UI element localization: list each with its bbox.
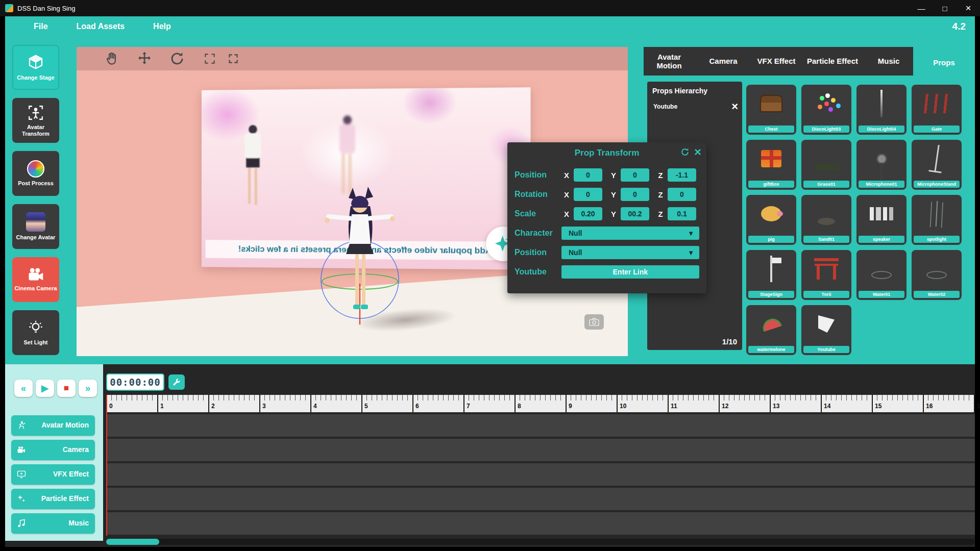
- prop-item-speaker[interactable]: speaker: [856, 195, 906, 245]
- ruler-label: 14: [821, 395, 872, 412]
- rotate-icon: [169, 51, 185, 67]
- position-z-input[interactable]: -1.1: [668, 168, 696, 182]
- stop-button[interactable]: ■: [57, 380, 76, 397]
- prop-item-pig[interactable]: pig: [746, 195, 796, 245]
- position-y-input[interactable]: 0: [621, 168, 649, 182]
- prop-item-torii[interactable]: Torii: [801, 250, 851, 300]
- track-row-particle-effect[interactable]: [106, 488, 975, 510]
- prop-item-stagesign[interactable]: StageSign: [746, 250, 796, 300]
- titlebar: DSS Dan Sing Sing — □ ×: [0, 0, 980, 16]
- track-row-music[interactable]: [106, 512, 975, 535]
- scale-z-input[interactable]: 0.1: [668, 207, 696, 220]
- rewind-button[interactable]: «: [14, 380, 33, 397]
- menubar: File Load Assets Help 4.2: [5, 16, 975, 37]
- timeline-scrollbar[interactable]: [106, 539, 975, 545]
- prop-label: pig: [748, 236, 794, 243]
- prop-item-gate[interactable]: Gate: [912, 85, 962, 135]
- snapshot-button[interactable]: [584, 314, 604, 330]
- fullscreen-button[interactable]: [225, 50, 242, 67]
- prop-item-water01[interactable]: Water01: [856, 250, 906, 300]
- rotate-tool-button[interactable]: [168, 50, 186, 67]
- timeline-settings-button[interactable]: [168, 374, 185, 390]
- forward-button[interactable]: »: [79, 380, 97, 397]
- prop-label: DiscoLight03: [803, 126, 849, 133]
- minimize-button[interactable]: —: [910, 0, 933, 16]
- prop-item-microphone01[interactable]: Microphone01: [856, 140, 906, 190]
- prop-label: giftBox: [748, 181, 794, 188]
- prop-thumbnail: [749, 197, 793, 231]
- avatar-icon: [26, 212, 45, 232]
- sidebar-item-label: Cinema Camera: [14, 285, 57, 292]
- tab-particle-effect[interactable]: Particle Effect: [801, 47, 864, 76]
- menu-help[interactable]: Help: [139, 22, 185, 31]
- sidebar-item-change-avatar[interactable]: Change Avatar: [12, 204, 59, 249]
- timeline-ruler[interactable]: 0 1 2 3 4 5 6 7 8 9 10 11 12 13 14 15 16…: [106, 395, 975, 412]
- close-button[interactable]: ×: [957, 0, 980, 16]
- prop-item-water02[interactable]: Water02: [912, 250, 962, 300]
- prop-item-spotlight[interactable]: spotlight: [912, 195, 962, 245]
- prop-item-chest[interactable]: Chest: [746, 85, 796, 135]
- maximize-button[interactable]: □: [933, 0, 957, 16]
- prop-item-discolight03[interactable]: DiscoLight03: [801, 85, 851, 135]
- track-button-particle-effect[interactable]: Particle Effect: [11, 489, 95, 509]
- rotation-z-input[interactable]: 0: [668, 188, 696, 201]
- move-tool-button[interactable]: [136, 50, 153, 67]
- track-button-avatar-motion[interactable]: Avatar Motion: [11, 415, 95, 436]
- prop-item-grass01[interactable]: Grass01: [801, 140, 851, 190]
- sidebar-item-post-process[interactable]: Post Process: [12, 151, 59, 196]
- track-row-vfx-effect[interactable]: [106, 463, 975, 486]
- scale-y-input[interactable]: 00.2: [621, 207, 649, 220]
- prop-thumbnail: [915, 252, 959, 286]
- prop-item-watermelone[interactable]: watermelone: [746, 305, 796, 355]
- rotation-x-input[interactable]: 0: [574, 188, 602, 201]
- hierarchy-item-label: Youtube: [653, 103, 677, 110]
- prop-item-sand01[interactable]: Sand01: [801, 195, 851, 245]
- track-row-avatar-motion[interactable]: [106, 414, 975, 437]
- hand-tool-button[interactable]: [103, 50, 120, 67]
- tab-camera[interactable]: Camera: [695, 47, 752, 76]
- prop-item-microphonestand[interactable]: MicrophoneStand: [912, 140, 962, 190]
- menu-file[interactable]: File: [19, 22, 62, 31]
- track-button-camera[interactable]: Camera: [11, 440, 95, 460]
- character-dropdown[interactable]: Null ▼: [561, 227, 699, 240]
- track-button-vfx-effect[interactable]: VFX Effect: [11, 464, 95, 485]
- rotation-label: Rotation: [514, 190, 561, 199]
- tab-avatar-motion[interactable]: Avatar Motion: [644, 47, 695, 76]
- prop-item-giftbox[interactable]: giftBox: [746, 140, 796, 190]
- corner-brackets-icon: [203, 52, 216, 65]
- playhead[interactable]: [106, 395, 107, 536]
- tab-music[interactable]: Music: [864, 47, 913, 76]
- scale-x-input[interactable]: 0.20: [574, 207, 602, 220]
- enter-link-button[interactable]: Enter Link: [561, 265, 699, 279]
- position-label: Position: [514, 170, 561, 180]
- fit-view-button[interactable]: [201, 50, 218, 67]
- prop-thumbnail: [860, 87, 903, 120]
- close-icon[interactable]: ×: [694, 146, 701, 158]
- hierarchy-title: Props Hierarchy: [647, 82, 742, 99]
- character-label: Character: [514, 229, 561, 238]
- reset-rotation-icon[interactable]: [680, 147, 690, 157]
- sidebar-item-set-light[interactable]: Set Light: [12, 310, 59, 355]
- track-button-music[interactable]: Music: [11, 513, 95, 534]
- tab-props[interactable]: Props: [913, 47, 975, 79]
- sidebar-item-cinema-camera[interactable]: Cinema Camera: [12, 257, 59, 302]
- axis-x-label: X: [561, 190, 572, 199]
- rotation-y-input[interactable]: 0: [621, 188, 649, 201]
- prop-label: Youtube: [803, 346, 849, 353]
- play-button[interactable]: ▶: [36, 380, 54, 397]
- track-row-camera[interactable]: [106, 439, 975, 461]
- scrollbar-thumb[interactable]: [106, 539, 159, 545]
- prop-item-discolight04[interactable]: DiscoLight04: [856, 85, 906, 135]
- prop-item-youtube[interactable]: Youtube: [801, 305, 851, 355]
- hierarchy-item-youtube[interactable]: Youtube ×: [647, 99, 742, 114]
- sidebar-item-avatar-transform[interactable]: Avatar Transform: [12, 98, 59, 143]
- ruler-label: 1: [157, 395, 208, 412]
- tab-vfx-effect[interactable]: VFX Effect: [752, 47, 801, 76]
- position-dropdown[interactable]: Null ▼: [561, 246, 699, 259]
- close-icon[interactable]: ×: [731, 102, 738, 111]
- app-icon: [5, 4, 13, 12]
- sidebar-item-change-stage[interactable]: Change Stage: [12, 45, 59, 90]
- menu-load-assets[interactable]: Load Assets: [62, 22, 139, 31]
- position-x-input[interactable]: 0: [574, 168, 602, 182]
- character-model[interactable]: [319, 187, 401, 314]
